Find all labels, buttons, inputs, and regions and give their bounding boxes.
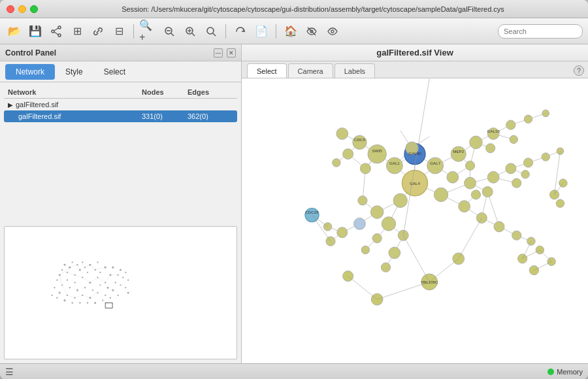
table-header: Network Nodes Edges: [4, 86, 237, 99]
svg-point-69: [110, 297, 111, 299]
svg-point-70: [102, 299, 103, 301]
tab-network[interactable]: Network: [5, 64, 55, 80]
view-title: galFiltered.sif View: [376, 48, 453, 58]
memory-indicator[interactable]: Memory: [547, 368, 583, 376]
svg-point-202: [524, 115, 532, 123]
memory-status-dot: [547, 369, 554, 375]
svg-point-178: [358, 196, 367, 205]
panel-close-button[interactable]: ✕: [227, 48, 236, 58]
refresh-icon[interactable]: [231, 22, 250, 41]
share-icon[interactable]: [47, 22, 65, 41]
svg-line-84: [95, 267, 106, 270]
table-icon[interactable]: ⊟: [110, 22, 128, 41]
svg-line-93: [59, 275, 62, 286]
tab-select[interactable]: Select: [93, 64, 136, 80]
panel-tab-bar: Network Style Select: [0, 61, 241, 82]
link-icon[interactable]: [89, 22, 107, 41]
svg-line-79: [67, 267, 70, 272]
svg-point-193: [512, 178, 521, 188]
svg-point-16: [331, 30, 334, 33]
svg-point-180: [372, 234, 382, 243]
svg-line-3: [54, 28, 58, 31]
svg-point-65: [127, 279, 129, 280]
fit-icon[interactable]: [181, 22, 199, 41]
svg-point-62: [122, 277, 123, 278]
svg-point-60: [112, 289, 114, 291]
close-button[interactable]: [7, 5, 14, 13]
svg-line-11: [192, 33, 195, 36]
svg-point-46: [92, 289, 93, 291]
network-canvas: GAL4 GAL80 SWI5 GAL1 GAL7 MEP2 CDC5 GAL1…: [242, 78, 588, 363]
svg-point-169: [370, 206, 384, 219]
network-child-name: galFiltered.sif: [8, 112, 142, 120]
list-icon[interactable]: ☰: [5, 367, 14, 377]
eye-icon[interactable]: [323, 22, 342, 41]
maximize-button[interactable]: [30, 5, 38, 13]
view-tab-labels[interactable]: Labels: [335, 63, 375, 78]
svg-point-204: [542, 110, 549, 117]
view-tab-camera[interactable]: Camera: [288, 63, 333, 78]
svg-point-34: [67, 279, 68, 280]
svg-point-175: [470, 136, 483, 149]
svg-point-66: [125, 287, 126, 288]
svg-point-68: [117, 295, 118, 296]
table-row-selected[interactable]: galFiltered.sif 331(0) 362(0): [4, 110, 237, 122]
memory-label: Memory: [557, 368, 583, 376]
svg-text:GAL1: GAL1: [389, 161, 400, 165]
svg-point-59: [105, 295, 106, 296]
svg-point-67: [127, 291, 129, 293]
svg-point-32: [99, 272, 101, 273]
svg-line-92: [59, 267, 70, 275]
open-folder-icon[interactable]: 📂: [5, 22, 24, 41]
document-icon[interactable]: 📄: [252, 22, 270, 41]
svg-line-13: [213, 33, 216, 36]
svg-point-198: [381, 263, 390, 272]
svg-point-76: [56, 297, 57, 299]
svg-point-207: [361, 246, 369, 254]
svg-point-63: [120, 269, 122, 271]
svg-point-183: [487, 171, 499, 183]
svg-point-71: [94, 302, 96, 304]
svg-point-177: [354, 218, 366, 230]
svg-point-215: [529, 266, 538, 275]
svg-text:GAL80: GAL80: [408, 151, 421, 156]
svg-line-4: [54, 32, 58, 35]
zoom-in-icon[interactable]: 🔍+: [139, 22, 157, 41]
svg-text:SWI5: SWI5: [372, 148, 383, 153]
tab-style[interactable]: Style: [55, 64, 93, 80]
network-table: Network Nodes Edges ▶ galFiltered.sif ga…: [0, 82, 241, 222]
svg-point-43: [69, 287, 71, 288]
svg-line-87: [82, 278, 90, 283]
help-button[interactable]: ?: [574, 65, 584, 76]
col-network: Network: [8, 88, 142, 96]
svg-point-12: [207, 27, 214, 34]
home-icon[interactable]: 🏠: [282, 22, 300, 41]
network-parent-name: ▶ galFiltered.sif: [8, 101, 142, 108]
svg-text:MEP2: MEP2: [453, 149, 464, 154]
svg-point-172: [465, 177, 476, 189]
search-input[interactable]: [498, 24, 583, 39]
zoom-reset-icon[interactable]: [202, 22, 220, 41]
svg-point-170: [382, 217, 395, 231]
svg-point-2: [58, 34, 61, 37]
panel-minimize-button[interactable]: —: [214, 48, 223, 58]
toolbar: 📂 💾 ⊞ ⊟ 🔍+: [0, 18, 588, 44]
separator-2: [225, 24, 226, 39]
zoom-out-icon[interactable]: [160, 22, 178, 41]
svg-line-82: [85, 265, 90, 267]
save-icon[interactable]: 💾: [26, 22, 44, 41]
grid-icon[interactable]: ⊞: [68, 22, 86, 41]
eye-off-icon[interactable]: [302, 22, 321, 41]
svg-point-73: [79, 302, 80, 303]
svg-point-61: [120, 284, 121, 286]
svg-point-23: [72, 261, 73, 263]
svg-point-44: [76, 289, 78, 291]
view-tab-select[interactable]: Select: [247, 63, 287, 78]
table-row[interactable]: ▶ galFiltered.sif: [4, 99, 237, 110]
svg-text:CDC28: CDC28: [305, 210, 319, 214]
view-tab-bar: Select Camera Labels ?: [242, 61, 588, 78]
minimize-button[interactable]: [18, 5, 26, 13]
svg-line-78: [70, 265, 78, 267]
svg-line-83: [90, 265, 95, 270]
svg-point-192: [506, 163, 516, 174]
